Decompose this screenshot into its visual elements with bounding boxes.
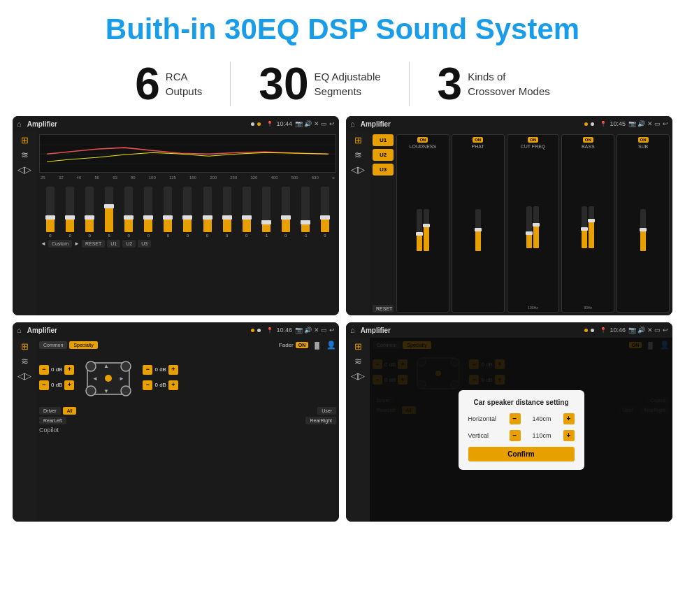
car-diagram: ▲ ▼ ◄ ► bbox=[77, 352, 140, 405]
screen-crossover-time: 10:45 bbox=[610, 120, 626, 127]
db-minus-1[interactable]: − bbox=[39, 365, 49, 375]
eq-slider-9: 0 bbox=[223, 187, 231, 238]
db-minus-4[interactable]: − bbox=[143, 380, 152, 390]
dist-sidebar-icon1[interactable]: ⊞ bbox=[354, 342, 362, 351]
screen-fader-topbar: ⌂ Amplifier 📍 10:46 📷 🔊 ✕ ▭ ↩ bbox=[13, 322, 339, 338]
driver-btn[interactable]: Driver bbox=[39, 407, 61, 415]
screen-distance-sidebar: ⊞ ≋ ◁▷ bbox=[346, 338, 370, 522]
tab-specialty[interactable]: Specialty bbox=[69, 341, 97, 349]
db-value-3: 0 dB bbox=[154, 366, 166, 373]
screen-eq-topbar: ⌂ Amplifier 📍 10:44 📷 🔊 ✕ ▭ ↩ bbox=[13, 116, 339, 131]
eq-slider-11: -1 bbox=[262, 187, 271, 238]
dialog-vertical-minus[interactable]: − bbox=[510, 430, 521, 441]
fader-sidebar-icon3[interactable]: ◁▷ bbox=[17, 371, 31, 380]
db-plus-4[interactable]: + bbox=[168, 380, 178, 390]
svg-point-7 bbox=[86, 386, 96, 396]
eq-slider-0: 0 bbox=[46, 187, 55, 238]
feature-rca-text: RCAOutputs bbox=[166, 69, 203, 99]
home-icon-2[interactable]: ⌂ bbox=[350, 120, 355, 128]
svg-text:▲: ▲ bbox=[103, 363, 109, 369]
loudness-section: ON LOUDNESS bbox=[396, 134, 449, 313]
db-row-4: − 0 dB + bbox=[143, 380, 178, 390]
screen-crossover-title: Amplifier bbox=[361, 120, 582, 128]
confirm-button[interactable]: Confirm bbox=[468, 447, 575, 461]
dist-sidebar-icon3[interactable]: ◁▷ bbox=[351, 371, 365, 380]
db-value-4: 0 dB bbox=[154, 382, 166, 388]
loudness-sliders bbox=[417, 150, 429, 310]
screen-distance-title: Amplifier bbox=[361, 327, 582, 334]
prev-arrow[interactable]: ◄ bbox=[41, 241, 46, 247]
feature-eq-text: EQ AdjustableSegments bbox=[315, 69, 381, 99]
u1-button[interactable]: U1 bbox=[373, 134, 394, 146]
phat-on[interactable]: ON bbox=[473, 137, 483, 143]
cross-sidebar-icon1[interactable]: ⊞ bbox=[354, 136, 362, 145]
dialog-vertical-label: Vertical bbox=[468, 432, 507, 439]
fader-user-icon: 👤 bbox=[326, 341, 336, 350]
eq-sidebar-icon2[interactable]: ≋ bbox=[21, 150, 29, 159]
loudness-on[interactable]: ON bbox=[417, 137, 428, 143]
bass-section: ON BASS 90Hz bbox=[561, 134, 614, 313]
eq-slider-12: 0 bbox=[282, 187, 290, 238]
dialog-horizontal-plus[interactable]: + bbox=[563, 413, 575, 424]
cutfreq-on[interactable]: ON bbox=[528, 137, 538, 143]
location-icon-4: 📍 bbox=[600, 327, 607, 334]
home-icon-4[interactable]: ⌂ bbox=[350, 326, 355, 334]
db-plus-3[interactable]: + bbox=[168, 365, 178, 375]
fader-label: Fader bbox=[279, 342, 294, 348]
rearright-btn[interactable]: RearRight bbox=[305, 417, 336, 424]
left-db-controls: − 0 dB + − 0 dB + bbox=[39, 365, 74, 393]
screen-fader-body: ⊞ ≋ ◁▷ Common Specialty Fader ON ▐▌ 👤 bbox=[13, 338, 339, 522]
screen-eq-main: 253240506380100125160200250320400500630 … bbox=[36, 131, 339, 315]
fader-sidebar-icon2[interactable]: ≋ bbox=[21, 357, 29, 366]
db-minus-3[interactable]: − bbox=[143, 365, 152, 375]
screen-eq-icons: 📷 🔊 ✕ ▭ ↩ bbox=[295, 120, 335, 127]
bass-on[interactable]: ON bbox=[583, 137, 593, 143]
screen-fader-sidebar: ⊞ ≋ ◁▷ bbox=[13, 338, 36, 522]
u1-btn[interactable]: U1 bbox=[107, 240, 120, 248]
reset-btn[interactable]: RESET bbox=[82, 240, 105, 248]
u-buttons: U1 U2 U3 RESET bbox=[373, 134, 394, 313]
screen-crossover: ⌂ Amplifier 📍 10:45 📷 🔊 ✕ ▭ ↩ ⊞ ≋ ◁▷ U1 … bbox=[346, 116, 672, 315]
tab-common[interactable]: Common bbox=[39, 341, 67, 349]
screen-fader-title: Amplifier bbox=[27, 327, 249, 334]
screen-crossover-body: ⊞ ≋ ◁▷ U1 U2 U3 RESET bbox=[346, 131, 672, 315]
db-plus-2[interactable]: + bbox=[64, 380, 74, 390]
eq-slider-1: 0 bbox=[66, 187, 74, 238]
user-btn[interactable]: User bbox=[317, 407, 336, 415]
right-db-controls: − 0 dB + − 0 dB + bbox=[143, 365, 178, 393]
all-btn[interactable]: All bbox=[63, 407, 77, 415]
svg-text:►: ► bbox=[119, 375, 124, 382]
db-minus-2[interactable]: − bbox=[39, 380, 49, 390]
db-plus-1[interactable]: + bbox=[64, 365, 74, 375]
screen-distance-body: ⊞ ≋ ◁▷ Common Specialty ON ▐▌ 👤 bbox=[346, 338, 672, 522]
status-dot bbox=[251, 122, 254, 126]
u2-btn[interactable]: U2 bbox=[122, 240, 136, 248]
fader-sidebar-icon1[interactable]: ⊞ bbox=[21, 342, 29, 351]
u2-button[interactable]: U2 bbox=[373, 149, 394, 161]
u3-button[interactable]: U3 bbox=[373, 164, 394, 176]
cross-sidebar-icon2[interactable]: ≋ bbox=[354, 150, 362, 159]
home-icon[interactable]: ⌂ bbox=[17, 120, 22, 128]
cross-reset-btn[interactable]: RESET bbox=[373, 305, 394, 313]
bass-label: BASS bbox=[582, 144, 595, 149]
sub-on[interactable]: ON bbox=[638, 137, 649, 143]
u3-btn[interactable]: U3 bbox=[138, 240, 151, 248]
dist-sidebar-icon2[interactable]: ≋ bbox=[354, 357, 362, 366]
fader-on-badge[interactable]: ON bbox=[296, 342, 309, 348]
eq-sidebar-icon1[interactable]: ⊞ bbox=[21, 136, 29, 145]
home-icon-3[interactable]: ⌂ bbox=[17, 326, 22, 334]
dialog-vertical-plus[interactable]: + bbox=[563, 430, 575, 441]
eq-sidebar-icon3[interactable]: ◁▷ bbox=[17, 165, 31, 174]
custom-btn[interactable]: Custom bbox=[48, 240, 72, 248]
eq-slider-2: 0 bbox=[85, 187, 94, 238]
cross-sidebar-icon3[interactable]: ◁▷ bbox=[351, 165, 365, 174]
fader-bottom-row: Driver All User bbox=[39, 407, 336, 415]
dialog-horizontal-minus[interactable]: − bbox=[510, 413, 521, 424]
screen-distance-topbar: ⌂ Amplifier 📍 10:46 📷 🔊 ✕ ▭ ↩ bbox=[346, 322, 672, 338]
next-arrow[interactable]: ► bbox=[74, 241, 80, 247]
copilot-label: Copilot bbox=[39, 427, 59, 434]
rearleft-btn[interactable]: RearLeft bbox=[39, 417, 66, 424]
fader-bottom-row2: RearLeft RearRight bbox=[39, 417, 336, 424]
screen-distance-main: Common Specialty ON ▐▌ 👤 −0 dB+ −0 dB+ bbox=[370, 338, 672, 522]
svg-point-6 bbox=[121, 361, 131, 371]
